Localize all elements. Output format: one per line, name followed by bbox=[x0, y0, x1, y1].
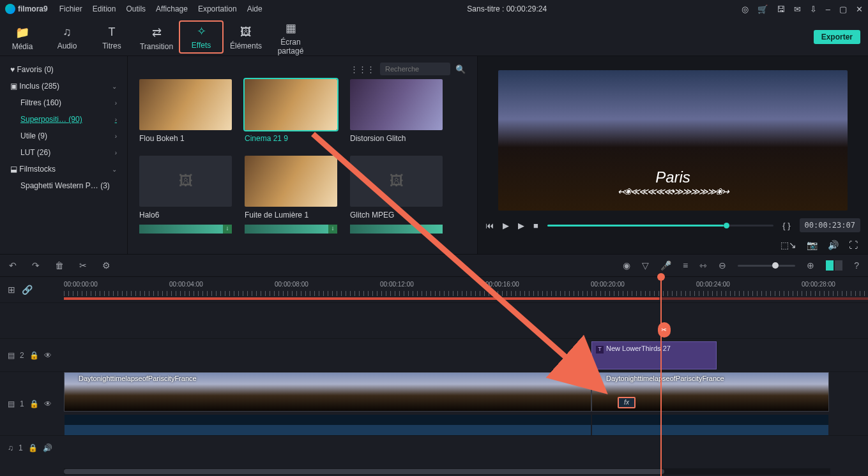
sidebar-spaghetti[interactable]: Spaghetti Western P… (3) bbox=[0, 177, 127, 194]
tool-effets[interactable]: ✧Effets bbox=[179, 20, 224, 54]
search-icon[interactable]: 🔍 bbox=[455, 64, 466, 74]
title-overlay: Paris ↢❀≪≪≪≪≪•≫≫≫≫≫❀↣ bbox=[618, 168, 728, 197]
playhead[interactable] bbox=[660, 277, 662, 476]
add-track-icon[interactable]: ⊞ bbox=[8, 285, 15, 295]
prev-frame-icon[interactable]: ⏮ bbox=[485, 221, 494, 230]
tool-audio[interactable]: ♫Audio bbox=[45, 23, 89, 50]
help-icon[interactable]: ? bbox=[854, 260, 859, 271]
sidebar-utile[interactable]: Utile (9)› bbox=[0, 128, 127, 144]
minimize-icon[interactable]: – bbox=[826, 4, 830, 14]
music-icon: ♫ bbox=[8, 443, 13, 452]
sidebar-filmstocks[interactable]: ⬓ Filmstocks⌄ bbox=[0, 161, 127, 177]
effect-card[interactable]: Cinema 21 9 bbox=[245, 79, 337, 143]
effect-card[interactable]: Distorsion Glitch bbox=[350, 79, 443, 143]
speaker-icon[interactable]: 🔊 bbox=[43, 443, 52, 452]
brackets-label[interactable]: { } bbox=[782, 221, 790, 230]
ruler-tick: 00:00:00:00 bbox=[64, 281, 98, 288]
effect-label: Fuite de Lumière 1 bbox=[245, 211, 337, 219]
zoom-in-icon[interactable]: ⊕ bbox=[807, 260, 814, 271]
tool-transition[interactable]: ⇄Transition bbox=[134, 23, 179, 51]
download-icon[interactable]: ↓ bbox=[328, 225, 337, 234]
tool-elements[interactable]: 🖼Éléments bbox=[224, 23, 268, 50]
effect-card-loading[interactable]: ↓ bbox=[245, 225, 337, 234]
tool-splitscreen[interactable]: ▦Écran partagé bbox=[268, 19, 313, 56]
timeline-scrollbar[interactable] bbox=[64, 468, 830, 475]
zoom-out-icon[interactable]: ⊖ bbox=[719, 260, 726, 271]
sidebar-favoris[interactable]: ♥ Favoris (0) bbox=[0, 61, 127, 78]
account-icon[interactable]: ◎ bbox=[742, 4, 749, 14]
video-track: ▤ 1 🔒 👁 DaytonighttimelapseofPariscityFr… bbox=[0, 371, 868, 435]
sidebar-lut[interactable]: LUT (26)› bbox=[0, 144, 127, 161]
video-clip[interactable]: DaytonighttimelapseofPariscityFrance fx bbox=[591, 372, 829, 412]
effect-card[interactable]: Flou Bokeh 1 bbox=[139, 79, 232, 143]
close-icon[interactable]: ✕ bbox=[856, 4, 863, 14]
effect-thumb: 🖼 bbox=[139, 156, 232, 207]
maximize-icon[interactable]: ▢ bbox=[839, 4, 847, 14]
menu-affichage[interactable]: Affichage bbox=[156, 4, 188, 13]
snapshot-icon[interactable]: 📷 bbox=[807, 240, 818, 250]
search-input[interactable] bbox=[380, 63, 450, 75]
eye-icon[interactable]: 👁 bbox=[44, 399, 52, 408]
fx-badge[interactable]: fx bbox=[618, 397, 636, 408]
marker-icon[interactable]: ▽ bbox=[642, 260, 649, 271]
render-icon[interactable]: ◉ bbox=[623, 260, 630, 271]
tool-media[interactable]: 📁Média bbox=[0, 23, 45, 51]
effect-label: Cinema 21 9 bbox=[245, 134, 337, 143]
next-frame-icon[interactable]: ▶ bbox=[518, 221, 524, 230]
effect-card[interactable]: Fuite de Lumière 1 bbox=[245, 156, 337, 219]
menu-aide[interactable]: Aide bbox=[247, 4, 263, 13]
undo-icon[interactable]: ↶ bbox=[9, 260, 17, 271]
fullscreen-icon[interactable]: ⛶ bbox=[849, 240, 858, 250]
effect-card[interactable]: 🖼Halo6 bbox=[139, 156, 232, 219]
effect-card[interactable]: 🖼Glitch MPEG bbox=[350, 156, 443, 219]
mic-icon[interactable]: ⇩ bbox=[810, 4, 817, 14]
effect-card-loading[interactable] bbox=[350, 225, 443, 234]
text-icon: T bbox=[89, 26, 134, 39]
export-button[interactable]: Exporter bbox=[814, 30, 860, 44]
lock-icon[interactable]: 🔒 bbox=[29, 399, 39, 408]
grid-view-icon[interactable]: ⋮⋮⋮ bbox=[350, 64, 375, 74]
sidebar-filtres[interactable]: Filtres (160)› bbox=[0, 94, 127, 111]
sidebar-superpositions[interactable]: Superpositi… (90)› bbox=[0, 111, 127, 128]
tool-titres[interactable]: TTitres bbox=[89, 23, 134, 50]
delete-icon[interactable]: 🗑 bbox=[55, 260, 64, 271]
mail-icon[interactable]: ✉ bbox=[794, 4, 801, 14]
mixer-icon[interactable]: ≡ bbox=[683, 260, 688, 271]
settings-icon[interactable]: ⚙ bbox=[102, 260, 110, 271]
zoom-slider[interactable] bbox=[738, 265, 795, 267]
timeline-toolbar: ↶ ↷ 🗑 ✂ ⚙ ◉ ▽ 🎤 ≡ ⇿ ⊖ ⊕ ? bbox=[0, 254, 868, 277]
menu-exportation[interactable]: Exportation bbox=[198, 4, 237, 13]
stop-icon[interactable]: ■ bbox=[533, 221, 538, 230]
menu-fichier[interactable]: Fichier bbox=[59, 4, 82, 13]
progress-bar[interactable] bbox=[547, 225, 773, 227]
ruler-tick: 00:00:24:00 bbox=[696, 281, 730, 288]
redo-icon[interactable]: ↷ bbox=[32, 260, 40, 271]
title-clip[interactable]: TNew LowerThirds 27 bbox=[591, 341, 717, 369]
lock-icon[interactable]: 🔒 bbox=[29, 351, 39, 360]
save-icon[interactable]: 🖫 bbox=[777, 4, 785, 14]
time-ruler[interactable]: 00:00:00:00 00:00:04:00 00:00:08:00 00:0… bbox=[64, 277, 868, 302]
menu-outils[interactable]: Outils bbox=[126, 4, 146, 13]
video-clip[interactable]: DaytonighttimelapseofPariscityFrance bbox=[64, 372, 591, 412]
eye-icon[interactable]: 👁 bbox=[44, 351, 52, 360]
effect-label: Flou Bokeh 1 bbox=[139, 134, 232, 143]
cut-icon[interactable]: ✂ bbox=[79, 260, 87, 271]
play-icon[interactable]: ▶ bbox=[503, 221, 509, 230]
lock-icon[interactable]: 🔒 bbox=[28, 443, 38, 452]
project-title: Sans-titre : 00:00:29:24 bbox=[467, 4, 547, 13]
link-icon[interactable]: 🔗 bbox=[22, 285, 33, 295]
volume-icon[interactable]: 🔊 bbox=[828, 240, 839, 250]
sidebar-inclus[interactable]: ▣ Inclus (285)⌄ bbox=[0, 78, 127, 94]
cart-icon[interactable]: 🛒 bbox=[758, 4, 768, 14]
app-logo: filmora9 bbox=[5, 4, 48, 14]
track-number: 1 bbox=[20, 399, 24, 408]
fit-icon[interactable]: ⇿ bbox=[699, 260, 707, 271]
quality-icon[interactable]: ⬚↘ bbox=[780, 240, 796, 250]
mode-switch[interactable] bbox=[826, 260, 842, 271]
effect-card-loading[interactable]: ↓ bbox=[139, 225, 232, 234]
image-icon: 🖼 bbox=[224, 26, 268, 39]
preview-video[interactable]: Paris ↢❀≪≪≪≪≪•≫≫≫≫≫❀↣ bbox=[498, 70, 848, 211]
menu-edition[interactable]: Edition bbox=[93, 4, 116, 13]
voiceover-icon[interactable]: 🎤 bbox=[660, 260, 671, 271]
download-icon[interactable]: ↓ bbox=[223, 225, 232, 234]
